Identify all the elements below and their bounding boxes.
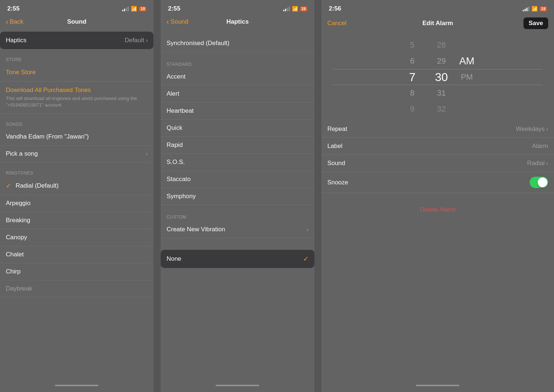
ringtone-chirp[interactable]: Chirp <box>0 263 153 280</box>
divider-2 <box>314 0 322 392</box>
toggle-knob <box>538 177 547 187</box>
status-icons-2: 📶 19 <box>283 6 307 12</box>
ampm-column[interactable]: AM PM <box>456 37 478 117</box>
ringtone-canopy[interactable]: Canopy <box>0 229 153 246</box>
wifi-icon-2: 📶 <box>292 6 298 12</box>
repeat-chevron-icon: › <box>546 125 548 133</box>
nav-title-2: Haptics <box>226 18 249 25</box>
panel-edit-alarm: 2:56 📶 19 Cancel Edit Alarm Save <box>321 0 554 392</box>
download-tones-item[interactable]: Download All Purchased Tones This will d… <box>0 81 153 114</box>
status-time-1: 2:55 <box>7 5 20 12</box>
minute-32: 32 <box>427 101 456 117</box>
haptic-heartbeat[interactable]: Heartbeat <box>161 103 314 120</box>
haptic-symphony[interactable]: Symphony <box>161 188 314 205</box>
haptic-quick[interactable]: Quick <box>161 120 314 137</box>
wifi-icon-3: 📶 <box>531 6 538 12</box>
ringtone-daybreak[interactable]: Daybreak <box>0 280 153 297</box>
cancel-button[interactable]: Cancel <box>327 20 346 27</box>
repeat-value: Weekdays › <box>516 125 548 133</box>
haptics-chevron-icon: › <box>146 37 148 44</box>
status-icons-1: 📶 19 <box>122 6 146 12</box>
none-check-icon: ✓ <box>303 255 309 263</box>
song-vandha-edam-label: Vandha Edam (From "Jawan") <box>6 133 89 140</box>
nav-bar-1: ‹ Back Sound <box>0 16 153 30</box>
haptics-row[interactable]: Haptics Default › <box>0 32 153 49</box>
hour-6: 6 <box>398 53 427 69</box>
back-label-1: Back <box>10 18 24 25</box>
hour-8: 8 <box>398 85 427 101</box>
pick-a-song-row[interactable]: Pick a song › <box>0 145 153 163</box>
repeat-row[interactable]: Repeat Weekdays › <box>321 121 554 138</box>
haptic-rapid-label: Rapid <box>166 141 182 149</box>
store-section-header: STORE <box>0 55 153 64</box>
haptic-accent[interactable]: Accent <box>161 68 314 85</box>
minute-28: 28 <box>427 37 456 53</box>
ringtone-chalet-label: Chalet <box>6 251 24 258</box>
haptic-rapid[interactable]: Rapid <box>161 137 314 154</box>
back-button-1[interactable]: ‹ Back <box>6 17 23 26</box>
none-label: None <box>166 255 181 263</box>
battery-badge-3: 19 <box>540 7 547 11</box>
tone-store-item[interactable]: Tone Store <box>0 64 153 81</box>
wifi-icon-1: 📶 <box>131 6 137 12</box>
haptic-sos[interactable]: S.O.S. <box>161 154 314 171</box>
snooze-row[interactable]: Snooze <box>321 172 554 193</box>
none-row[interactable]: None ✓ <box>161 250 314 268</box>
snooze-label: Snooze <box>327 179 348 186</box>
sound-value-text: Radial <box>527 160 545 167</box>
status-time-2: 2:55 <box>168 5 180 12</box>
ringtone-breaking-label: Breaking <box>6 217 30 224</box>
label-value-text: Alarm <box>532 143 548 150</box>
status-bar-1: 2:55 📶 19 <box>0 0 153 16</box>
download-tones-description: This will download all ringtones and ale… <box>6 95 148 108</box>
check-icon-radial: ✓ <box>6 182 11 190</box>
minute-29: 29 <box>427 53 456 69</box>
snooze-toggle[interactable] <box>530 177 548 188</box>
ringtone-breaking[interactable]: Breaking <box>0 212 153 229</box>
back-label-2: Sound <box>170 18 188 25</box>
haptic-alert-label: Alert <box>166 90 179 97</box>
signal-icon-1 <box>122 6 129 11</box>
haptic-sos-label: S.O.S. <box>166 159 185 166</box>
sound-row[interactable]: Sound Radial › <box>321 155 554 172</box>
ringtone-arpeggio[interactable]: Arpeggio <box>0 195 153 212</box>
nav-title-3: Edit Alarm <box>422 20 453 27</box>
battery-badge-2: 19 <box>300 7 307 11</box>
repeat-label: Repeat <box>327 125 347 133</box>
song-vandha-edam[interactable]: Vandha Edam (From "Jawan") <box>0 128 153 145</box>
hour-column[interactable]: 5 6 7 8 9 <box>398 37 427 117</box>
ringtone-daybreak-label: Daybreak <box>6 285 32 292</box>
back-button-2[interactable]: ‹ Sound <box>166 17 188 26</box>
ringtone-radial[interactable]: ✓ Radial (Default) <box>0 177 153 195</box>
ringtones-section-header: RINGTONES <box>0 168 153 177</box>
status-icons-3: 📶 19 <box>523 6 547 12</box>
create-vibration-chevron-icon: › <box>306 226 309 233</box>
pick-a-song-label: Pick a song <box>6 150 38 157</box>
haptic-heartbeat-label: Heartbeat <box>166 107 194 115</box>
haptics-value: Default › <box>125 37 148 44</box>
minute-column[interactable]: 28 29 30 31 32 <box>427 37 456 117</box>
pm-item: PM <box>461 69 473 85</box>
haptic-symphony-label: Symphony <box>166 193 196 200</box>
custom-section-header: CUSTOM <box>161 212 314 221</box>
time-picker[interactable]: 5 6 7 8 9 28 29 30 31 32 AM PM <box>321 37 554 117</box>
am-selected: AM <box>459 53 474 69</box>
download-tones-label: Download All Purchased Tones <box>6 87 148 94</box>
delete-alarm-button[interactable]: Delete Alarm <box>321 199 554 221</box>
sound-chevron-icon: › <box>546 160 548 167</box>
repeat-value-text: Weekdays <box>516 125 545 133</box>
label-row[interactable]: Label Alarm <box>321 138 554 155</box>
save-button[interactable]: Save <box>523 17 548 29</box>
alarm-settings: Repeat Weekdays › Label Alarm Sound Radi… <box>321 121 554 193</box>
haptic-alert[interactable]: Alert <box>161 85 314 103</box>
status-bar-3: 2:56 📶 19 <box>321 0 554 16</box>
haptic-staccato[interactable]: Staccato <box>161 171 314 188</box>
nav-title-1: Sound <box>67 18 87 25</box>
ringtone-chirp-label: Chirp <box>6 268 21 275</box>
synced-default-row[interactable]: Synchronised (Default) <box>161 35 314 52</box>
scroll-indicator-2 <box>216 385 259 386</box>
ringtone-chalet[interactable]: Chalet <box>0 246 153 263</box>
sound-label: Sound <box>327 160 345 167</box>
create-vibration-row[interactable]: Create New Vibration › <box>161 221 314 238</box>
label-value: Alarm <box>532 143 548 150</box>
